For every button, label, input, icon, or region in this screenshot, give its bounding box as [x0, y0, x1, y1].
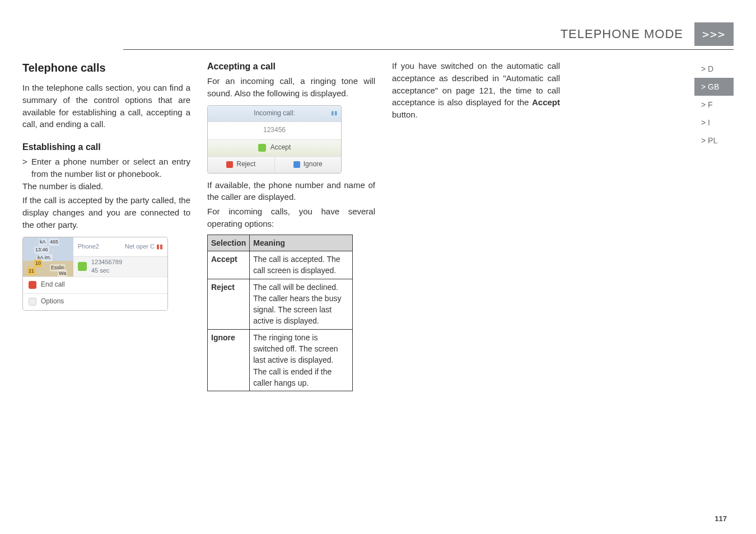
header-title: TELEPHONE MODE: [123, 22, 694, 46]
lang-tab-f[interactable]: > F: [694, 96, 734, 114]
body-text: For an incoming call, a ringing tone wil…: [207, 75, 375, 100]
reject-label: Reject: [236, 160, 255, 169]
ignore-button[interactable]: Ignore: [275, 157, 342, 173]
call-duration: 45 sec: [91, 266, 122, 275]
incoming-call-label: Incoming call:: [254, 109, 295, 118]
options-label: Options: [41, 297, 64, 306]
intro-paragraph: In the telephone calls section, you can …: [22, 82, 190, 130]
options-table: Selection Meaning Accept The call is acc…: [207, 235, 353, 392]
table-cell-meaning: The call is accepted. The call screen is…: [250, 251, 353, 279]
ignore-icon: [293, 161, 300, 168]
header-chevrons: >>>: [694, 22, 734, 46]
map-thumbnail: kA 465 13:46 kA im. 10 Esslin 21 Wa: [23, 237, 73, 277]
body-text: The number is dialed.: [22, 180, 190, 193]
divider: [123, 49, 734, 50]
subsection-heading: Accepting a call: [207, 60, 375, 73]
table-cell-selection: Accept: [208, 251, 250, 279]
network-label: Net oper C ▮▮: [125, 242, 163, 251]
accept-label: Accept: [270, 143, 291, 152]
body-text: If you have switched on the automatic ca…: [392, 60, 560, 121]
table-cell-meaning: The ringing tone is switched off. The sc…: [250, 329, 353, 391]
signal-icon: ▮▮: [156, 243, 163, 250]
hud-label: 10: [34, 260, 42, 267]
table-cell-selection: Reject: [208, 279, 250, 329]
body-text: For incoming calls, you have several ope…: [207, 205, 375, 230]
screenshot-active-call: kA 465 13:46 kA im. 10 Esslin 21 Wa Phon…: [22, 237, 168, 311]
hud-label: 21: [27, 268, 35, 275]
table-row: Accept The call is accepted. The call sc…: [208, 251, 353, 279]
end-call-button[interactable]: End call: [23, 277, 167, 293]
hud-label: Wa: [58, 270, 67, 277]
bullet-marker: >: [22, 156, 31, 180]
caller-number: 123456: [208, 121, 341, 139]
table-cell-selection: Ignore: [208, 329, 250, 391]
end-call-label: End call: [41, 280, 65, 289]
hud-label: kA: [39, 238, 47, 246]
language-tabs: > D > GB > F > I > PL: [694, 60, 734, 503]
lang-tab-pl[interactable]: > PL: [694, 132, 734, 149]
table-row: Reject The call will be declined. The ca…: [208, 279, 353, 329]
options-button[interactable]: Options: [23, 293, 167, 310]
body-text: If the call is accepted by the party cal…: [22, 194, 190, 231]
bullet-text: Enter a phone number or select an entry …: [31, 156, 190, 180]
dialed-number: 123456789: [91, 258, 122, 267]
phone-label: Phone2: [78, 242, 99, 251]
reject-button[interactable]: Reject: [208, 157, 275, 173]
lang-tab-i[interactable]: > I: [694, 114, 734, 132]
table-cell-meaning: The call will be declined. The caller he…: [250, 279, 353, 329]
lang-tab-d[interactable]: > D: [694, 60, 734, 78]
end-call-icon: [29, 281, 36, 289]
table-header-meaning: Meaning: [250, 235, 353, 251]
reject-icon: [226, 161, 233, 168]
call-active-icon: [78, 262, 87, 271]
gear-icon: [29, 298, 36, 306]
page-number: 117: [22, 514, 734, 523]
table-row: Ignore The ringing tone is switched off.…: [208, 329, 353, 391]
hud-time: 13:46: [34, 246, 49, 254]
signal-icon: ▮▮: [331, 109, 338, 118]
accept-icon: [258, 144, 266, 152]
hud-label: 465: [49, 238, 59, 246]
subsection-heading: Establishing a call: [22, 140, 190, 153]
table-header-selection: Selection: [208, 235, 250, 251]
lang-tab-gb[interactable]: > GB: [694, 78, 734, 96]
accept-bold: Accept: [532, 97, 560, 107]
screenshot-incoming-call: Incoming call: ▮▮ 123456 Accept Reject: [207, 105, 342, 174]
section-heading: Telephone calls: [22, 60, 190, 76]
ignore-label: Ignore: [304, 160, 323, 169]
accept-button[interactable]: Accept: [208, 139, 341, 156]
body-text: If available, the phone number and name …: [207, 179, 375, 204]
